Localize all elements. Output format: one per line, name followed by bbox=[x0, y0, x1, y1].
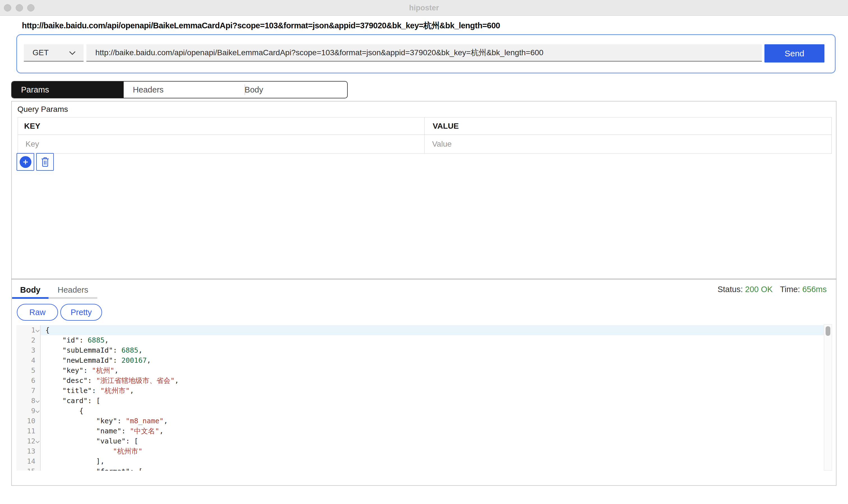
line-number: 1 bbox=[31, 325, 35, 335]
query-params-title: Query Params bbox=[17, 105, 68, 114]
editor-scrollbar[interactable] bbox=[824, 324, 832, 471]
response-body-editor[interactable]: 1{2 "id": 6885,3 "subLemmaId": 6885,4 "n… bbox=[17, 324, 832, 471]
line-gutter: 10 bbox=[17, 416, 41, 426]
fold-chevron-icon[interactable] bbox=[35, 325, 40, 335]
code-line[interactable]: 4 "newLemmaId": 200167, bbox=[17, 356, 832, 365]
code-line[interactable]: 3 "subLemmaId": 6885, bbox=[17, 345, 832, 356]
line-gutter: 9 bbox=[17, 406, 41, 416]
tab-headers[interactable]: Headers bbox=[124, 82, 235, 98]
code-text: { bbox=[41, 325, 832, 335]
line-number: 8 bbox=[31, 396, 35, 406]
add-param-button[interactable] bbox=[17, 153, 34, 171]
line-number: 2 bbox=[31, 335, 35, 345]
code-text: "format": [ bbox=[41, 466, 832, 471]
line-gutter: 5 bbox=[17, 365, 41, 376]
plus-icon bbox=[20, 156, 31, 168]
line-number: 6 bbox=[31, 376, 35, 386]
line-gutter: 6 bbox=[17, 376, 41, 386]
line-number: 9 bbox=[31, 406, 35, 416]
status-label: Status: bbox=[718, 285, 743, 294]
code-text: "杭州市" bbox=[41, 446, 832, 456]
delete-param-button[interactable] bbox=[36, 153, 54, 171]
request-url-heading: http://baike.baidu.com/api/openapi/Baike… bbox=[22, 20, 500, 31]
main-panel: Query Params KEY VALUE bbox=[11, 101, 836, 486]
chevron-down-icon bbox=[69, 51, 76, 55]
code-line[interactable]: 14 ], bbox=[17, 456, 832, 466]
line-number: 15 bbox=[27, 466, 35, 471]
send-button[interactable]: Send bbox=[764, 44, 825, 62]
line-gutter: 8 bbox=[17, 396, 41, 406]
line-number: 10 bbox=[27, 416, 35, 426]
fold-chevron-icon[interactable] bbox=[35, 396, 40, 406]
line-gutter: 12 bbox=[17, 436, 41, 446]
code-line[interactable]: 7 "title": "杭州市", bbox=[17, 386, 832, 396]
code-line[interactable]: 12 "value": [ bbox=[17, 436, 832, 446]
titlebar: hiposter bbox=[0, 0, 848, 16]
time-value: 656ms bbox=[802, 285, 827, 294]
table-header-row: KEY VALUE bbox=[18, 118, 831, 135]
pretty-view-button[interactable]: Pretty bbox=[60, 304, 102, 321]
code-line[interactable]: 15 "format": [ bbox=[17, 466, 832, 471]
code-line[interactable]: 2 "id": 6885, bbox=[17, 335, 832, 345]
line-number: 7 bbox=[31, 386, 35, 396]
param-value-input[interactable] bbox=[431, 139, 799, 149]
table-row bbox=[18, 135, 831, 153]
line-gutter: 7 bbox=[17, 386, 41, 396]
response-status: Status: 200 OK Time: 656ms bbox=[718, 285, 827, 294]
line-number: 12 bbox=[27, 436, 35, 446]
fold-chevron-icon[interactable] bbox=[35, 406, 40, 416]
app-window: hiposter http://baike.baidu.com/api/open… bbox=[0, 0, 848, 504]
code-text: "key": "m8_name", bbox=[41, 416, 832, 426]
line-gutter: 15 bbox=[17, 466, 41, 471]
tab-params[interactable]: Params bbox=[12, 82, 124, 98]
line-gutter: 4 bbox=[17, 356, 41, 365]
fold-chevron-icon[interactable] bbox=[35, 436, 40, 446]
line-gutter: 14 bbox=[17, 456, 41, 466]
window-title: hiposter bbox=[0, 4, 848, 12]
line-number: 11 bbox=[27, 426, 35, 436]
code-text: "title": "杭州市", bbox=[41, 386, 832, 396]
line-number: 4 bbox=[31, 356, 35, 365]
line-gutter: 11 bbox=[17, 426, 41, 436]
request-bar: GET Send bbox=[16, 34, 836, 73]
line-number: 14 bbox=[27, 456, 35, 466]
column-header-value: VALUE bbox=[433, 122, 459, 131]
param-key-input[interactable] bbox=[25, 139, 392, 149]
code-line[interactable]: 8 "card": [ bbox=[17, 396, 832, 406]
tab-body[interactable]: Body bbox=[235, 82, 347, 98]
code-line[interactable]: 1{ bbox=[17, 325, 832, 335]
scrollbar-thumb[interactable] bbox=[826, 326, 830, 336]
response-tab-headers[interactable]: Headers bbox=[49, 282, 97, 298]
code-line[interactable]: 6 "desc": "浙江省辖地级市、省会", bbox=[17, 376, 832, 386]
section-divider bbox=[11, 278, 836, 280]
code-text: "key": "杭州", bbox=[41, 365, 832, 376]
time-label: Time: bbox=[780, 285, 800, 294]
method-select[interactable]: GET bbox=[24, 44, 84, 62]
code-lines: 1{2 "id": 6885,3 "subLemmaId": 6885,4 "n… bbox=[17, 324, 832, 471]
code-line[interactable]: 5 "key": "杭州", bbox=[17, 365, 832, 376]
column-header-key: KEY bbox=[24, 122, 40, 131]
active-tab-indicator bbox=[12, 297, 49, 299]
line-number: 3 bbox=[31, 345, 35, 356]
code-text: "newLemmaId": 200167, bbox=[41, 356, 832, 365]
code-text: "desc": "浙江省辖地级市、省会", bbox=[41, 376, 832, 386]
code-line[interactable]: 13 "杭州市" bbox=[17, 446, 832, 456]
line-number: 13 bbox=[27, 446, 35, 456]
code-text: { bbox=[41, 406, 832, 416]
status-value: 200 OK bbox=[745, 285, 773, 294]
code-line[interactable]: 10 "key": "m8_name", bbox=[17, 416, 832, 426]
raw-view-button[interactable]: Raw bbox=[17, 304, 58, 321]
inactive-tab-track bbox=[49, 297, 97, 299]
response-tab-body[interactable]: Body bbox=[12, 282, 49, 298]
code-text: "subLemmaId": 6885, bbox=[41, 345, 832, 356]
code-line[interactable]: 11 "name": "中文名", bbox=[17, 426, 832, 436]
query-params-table: KEY VALUE bbox=[18, 117, 832, 154]
line-gutter: 1 bbox=[17, 325, 41, 335]
code-text: "card": [ bbox=[41, 396, 832, 406]
tab-divider bbox=[245, 84, 245, 95]
url-input[interactable] bbox=[86, 44, 762, 62]
code-line[interactable]: 9 { bbox=[17, 406, 832, 416]
request-tabs: Params Headers Body bbox=[11, 81, 348, 98]
code-text: ], bbox=[41, 456, 832, 466]
line-gutter: 2 bbox=[17, 335, 41, 345]
